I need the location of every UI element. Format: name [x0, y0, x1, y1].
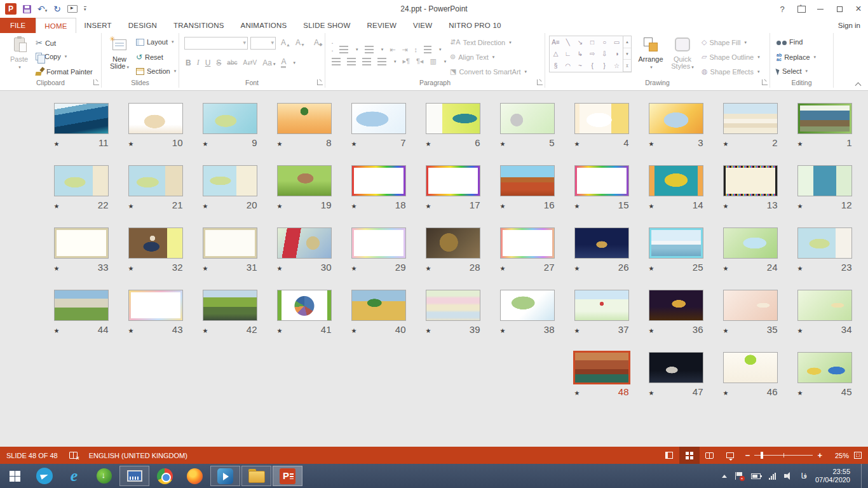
shape-gallery-scrollbar[interactable]: ▲▼⊼ — [623, 36, 631, 72]
slide-44-thumbnail[interactable]: ★44 — [44, 290, 118, 352]
transition-star-icon[interactable]: ★ — [426, 140, 431, 147]
arrange-button[interactable]: Arrange▾ — [635, 35, 666, 71]
transition-star-icon[interactable]: ★ — [649, 390, 654, 396]
slide-8-thumbnail[interactable]: ★8 — [267, 103, 341, 165]
slide-15-thumbnail[interactable]: ★15 — [564, 165, 639, 227]
slide-42-thumbnail[interactable]: ★42 — [193, 290, 267, 352]
slide-14-thumbnail[interactable]: ★14 — [639, 165, 713, 227]
tab-insert[interactable]: INSERT — [76, 18, 120, 33]
tab-slide-show[interactable]: SLIDE SHOW — [295, 18, 358, 33]
shape-option[interactable]: A≡ — [550, 36, 562, 48]
transition-star-icon[interactable]: ★ — [426, 203, 431, 210]
taskbar-app-internet-explorer[interactable]: e — [59, 464, 89, 488]
slide-18-thumbnail[interactable]: ★18 — [341, 165, 416, 227]
slide-48-thumbnail[interactable]: ★48 — [564, 352, 639, 414]
transition-star-icon[interactable]: ★ — [277, 265, 283, 272]
zoom-out-button[interactable]: − — [745, 451, 750, 460]
transition-star-icon[interactable]: ★ — [351, 140, 357, 147]
spell-check-icon[interactable] — [69, 452, 78, 459]
paragraph-dialog-launcher[interactable] — [537, 79, 543, 85]
slide-46-thumbnail[interactable]: ★46 — [713, 352, 787, 414]
transition-star-icon[interactable]: ★ — [54, 265, 60, 272]
help-button[interactable]: ? — [773, 0, 792, 18]
shape-option[interactable]: { — [586, 60, 598, 72]
transition-star-icon[interactable]: ★ — [574, 140, 580, 147]
slide-25-thumbnail[interactable]: ★25 — [639, 227, 713, 290]
slide-29-thumbnail[interactable]: ★29 — [341, 227, 416, 290]
slide-19-thumbnail[interactable]: ★19 — [267, 165, 341, 227]
transition-star-icon[interactable]: ★ — [203, 140, 208, 147]
shape-option[interactable]: ↘ — [574, 36, 586, 48]
taskbar-app-telegram[interactable] — [29, 464, 59, 488]
shape-option[interactable]: ▭ — [611, 36, 623, 48]
cut-button[interactable]: ✂Cut — [36, 38, 56, 48]
transition-star-icon[interactable]: ★ — [277, 327, 283, 334]
transition-star-icon[interactable]: ★ — [797, 390, 803, 396]
transition-star-icon[interactable]: ★ — [203, 327, 208, 334]
shape-gallery[interactable]: A≡╲↘□○▭△∟↳⇨⇩◑§◠~{}☆ ▲▼⊼ — [549, 36, 632, 72]
slide-38-thumbnail[interactable]: ★38 — [490, 290, 564, 352]
transition-star-icon[interactable]: ★ — [203, 265, 208, 272]
slide-10-thumbnail[interactable]: ★10 — [118, 103, 193, 165]
drawing-dialog-launcher[interactable] — [762, 79, 768, 85]
slide-43-thumbnail[interactable]: ★43 — [118, 290, 193, 352]
close-button[interactable]: × — [849, 0, 868, 18]
slide-1-thumbnail[interactable]: ★1 — [787, 103, 862, 165]
replace-button[interactable]: abacReplace▾ — [776, 53, 816, 62]
tab-view[interactable]: VIEW — [405, 18, 440, 33]
zoom-slider[interactable] — [754, 455, 813, 456]
power-icon[interactable] — [751, 473, 761, 479]
shape-option[interactable]: ⇨ — [586, 48, 598, 60]
transition-star-icon[interactable]: ★ — [649, 140, 654, 147]
clock[interactable]: 23:55 07/04/2020 — [815, 468, 850, 484]
slide-11-thumbnail[interactable]: ★11 — [44, 103, 118, 165]
zoom-in-button[interactable]: + — [817, 451, 822, 460]
zoom-level[interactable]: 25% — [827, 452, 849, 459]
slide-40-thumbnail[interactable]: ★40 — [341, 290, 416, 352]
transition-star-icon[interactable]: ★ — [574, 265, 580, 272]
transition-star-icon[interactable]: ★ — [54, 203, 60, 210]
slide-30-thumbnail[interactable]: ★30 — [267, 227, 341, 290]
transition-star-icon[interactable]: ★ — [723, 327, 729, 334]
tab-file[interactable]: FILE — [0, 18, 36, 33]
slide-5-thumbnail[interactable]: ★5 — [490, 103, 564, 165]
hidden-icons-button[interactable] — [722, 475, 727, 478]
sign-in-link[interactable]: Sign in — [838, 18, 860, 33]
format-painter-button[interactable]: Format Painter — [36, 67, 93, 76]
shape-option[interactable]: ○ — [599, 36, 611, 48]
transition-star-icon[interactable]: ★ — [500, 140, 506, 147]
taskbar-app-file-explorer[interactable] — [241, 466, 271, 486]
slide-24-thumbnail[interactable]: ★24 — [713, 227, 787, 290]
transition-star-icon[interactable]: ★ — [574, 327, 580, 334]
volume-icon[interactable] — [784, 472, 793, 480]
input-language-indicator[interactable]: فا — [801, 471, 807, 480]
taskbar-app-firefox[interactable] — [180, 464, 210, 488]
slide-20-thumbnail[interactable]: ★20 — [193, 165, 267, 227]
slide-22-thumbnail[interactable]: ★22 — [44, 165, 118, 227]
find-button[interactable]: Find — [776, 38, 803, 46]
shape-option[interactable]: ◑ — [611, 48, 623, 60]
section-button[interactable]: Section▾ — [136, 67, 176, 75]
transition-star-icon[interactable]: ★ — [649, 203, 654, 210]
slide-27-thumbnail[interactable]: ★27 — [490, 227, 564, 290]
transition-star-icon[interactable]: ★ — [649, 265, 654, 272]
select-button[interactable]: Select▾ — [776, 67, 808, 75]
shape-option[interactable]: ~ — [574, 60, 586, 72]
transition-star-icon[interactable]: ★ — [128, 140, 134, 147]
transition-star-icon[interactable]: ★ — [128, 203, 134, 210]
transition-star-icon[interactable]: ★ — [351, 327, 357, 334]
tab-home[interactable]: HOME — [36, 18, 76, 33]
slide-2-thumbnail[interactable]: ★2 — [713, 103, 787, 165]
action-center-icon[interactable]: × — [735, 472, 743, 480]
slide-13-thumbnail[interactable]: ★13 — [713, 165, 787, 227]
slide-3-thumbnail[interactable]: ★3 — [639, 103, 713, 165]
slide-4-thumbnail[interactable]: ★4 — [564, 103, 639, 165]
network-icon[interactable] — [769, 473, 776, 480]
show-desktop-button[interactable] — [861, 464, 864, 488]
shape-option[interactable]: } — [599, 60, 611, 72]
transition-star-icon[interactable]: ★ — [797, 265, 803, 272]
slide-17-thumbnail[interactable]: ★17 — [416, 165, 490, 227]
transition-star-icon[interactable]: ★ — [500, 327, 506, 334]
shape-option[interactable]: ╲ — [562, 36, 574, 48]
normal-view-button[interactable] — [659, 447, 679, 464]
